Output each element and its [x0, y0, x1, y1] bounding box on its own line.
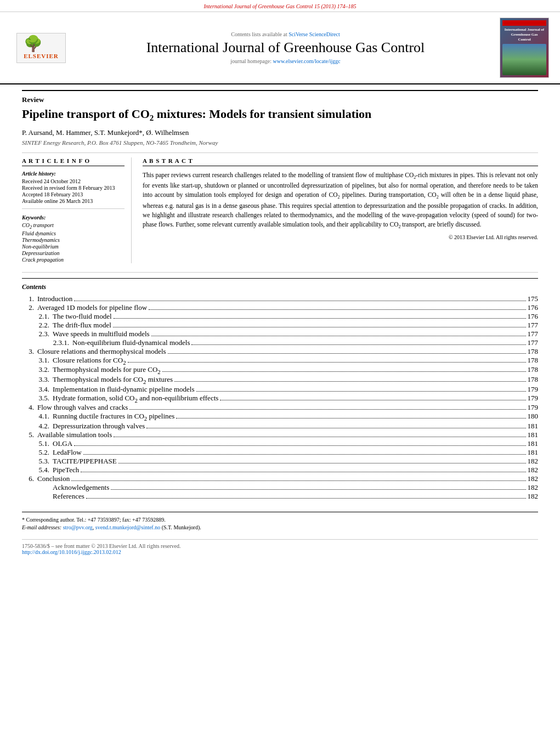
article-title-part1: Pipeline transport of CO	[22, 107, 150, 121]
keyword-4: Non-equilibrium	[22, 244, 125, 250]
corresponding-author: * Corresponding author. Tel.: +47 735938…	[22, 517, 538, 523]
info-divider	[22, 208, 125, 209]
article-info-column: A R T I C L E I N F O Article history: R…	[22, 157, 132, 263]
journal-header: 🌳 ELSEVIER Contents lists available at S…	[0, 12, 560, 84]
email-name: (S.T. Munkejord).	[160, 524, 201, 530]
keywords-section: Keywords: CO2 transport Fluid dynamics T…	[22, 214, 125, 263]
journal-cover-image: International Journal ofGreenhouse GasCo…	[500, 18, 549, 78]
toc-item-2-1: 2.1. The two-fluid model 176	[22, 312, 538, 321]
divider	[22, 152, 538, 153]
homepage-url[interactable]: www.elsevier.com/locate/ijggc	[273, 58, 341, 64]
toc-item-2-3: 2.3. Wave speeds in multifluid models 17…	[22, 330, 538, 338]
toc-item-3-3: 3.3. Thermophysical models for CO2 mixtu…	[22, 375, 538, 385]
toc-item-3-4: 3.4. Implementation in fluid-dynamic pip…	[22, 385, 538, 394]
revised-date: Received in revised form 8 February 2013	[22, 185, 125, 191]
elsevier-logo: 🌳 ELSEVIER	[11, 33, 71, 63]
journal-title-area: Contents lists available at SciVerse Sci…	[77, 31, 494, 64]
article-title-part2: mixtures: Models for transient simulatio…	[154, 107, 371, 121]
corresponding-label: * Corresponding author. Tel.: +47 735938…	[22, 517, 166, 523]
two-column-section: A R T I C L E I N F O Article history: R…	[22, 157, 538, 263]
abstract-text: This paper reviews current research chal…	[143, 171, 538, 231]
toc-item-acknowledgements: Acknowledgements 182	[22, 483, 538, 492]
toc-item-4-2: 4.2. Depressurization through valves 181	[22, 422, 538, 431]
history-label: Article history:	[22, 171, 125, 177]
keyword-6: Crack propagation	[22, 257, 125, 263]
email-label: E-mail addresses:	[22, 524, 61, 530]
affiliation: SINTEF Energy Research, P.O. Box 4761 Sl…	[22, 139, 538, 146]
cover-top-bar	[502, 20, 546, 26]
homepage-line: journal homepage: www.elsevier.com/locat…	[77, 58, 494, 64]
article-title: Pipeline transport of CO2 mixtures: Mode…	[22, 106, 538, 124]
toc-item-2-2: 2.2. The drift-flux model 177	[22, 321, 538, 330]
keyword-3: Thermodynamics	[22, 237, 125, 243]
abstract-column: A B S T R A C T This paper reviews curre…	[143, 157, 538, 263]
toc-item-5: 5. Available simulation tools 181	[22, 431, 538, 439]
cover-image-area	[502, 44, 546, 75]
article-type: Review	[22, 90, 538, 104]
toc-item-5-1: 5.1. OLGA 181	[22, 439, 538, 448]
elsevier-brand-text: ELSEVIER	[24, 53, 59, 59]
article-info-heading: A R T I C L E I N F O	[22, 157, 125, 166]
keywords-label: Keywords:	[22, 214, 125, 220]
toc-item-5-3: 5.3. TACITE/PIPEPHASE 182	[22, 457, 538, 466]
keyword-1: CO2 transport	[22, 222, 125, 230]
toc-item-references: References 182	[22, 492, 538, 501]
copyright-line: © 2013 Elsevier Ltd. All rights reserved…	[143, 234, 538, 240]
received-date: Received 24 October 2012	[22, 178, 125, 184]
doi-line: http://dx.doi.org/10.1016/j.ijggc.2013.0…	[22, 549, 538, 555]
toc-item-6: 6. Conclusion 182	[22, 474, 538, 483]
contents-section: Contents 1. Introduction 175 2. Averaged…	[22, 278, 538, 501]
journal-ref-text: International Journal of Greenhouse Gas …	[203, 3, 356, 9]
footnote-section: * Corresponding author. Tel.: +47 735938…	[22, 512, 538, 530]
toc-item-3-2: 3.2. Thermophysical models for pure CO2 …	[22, 365, 538, 375]
toc-item-3: 3. Closure relations and thermophysical …	[22, 347, 538, 356]
accepted-date: Accepted 18 February 2013	[22, 191, 125, 197]
available-date: Available online 26 March 2013	[22, 198, 125, 204]
bottom-strip: 1750-5836/$ – see front matter © 2013 El…	[22, 539, 538, 555]
toc-item-2-3-1: 2.3.1. Non-equilibrium fluid-dynamical m…	[22, 338, 538, 347]
sciverse-line: Contents lists available at SciVerse Sci…	[77, 31, 494, 37]
email1-link[interactable]: stro@pvv.org	[63, 524, 93, 530]
cover-title-text: International Journal ofGreenhouse GasCo…	[505, 27, 544, 42]
contents-heading: Contents	[22, 283, 538, 291]
doi-link[interactable]: http://dx.doi.org/10.1016/j.ijggc.2013.0…	[22, 549, 121, 555]
contents-divider	[22, 272, 538, 273]
journal-name: International Journal of Greenhouse Gas …	[77, 39, 494, 56]
toc-item-2: 2. Averaged 1D models for pipeline flow …	[22, 303, 538, 312]
toc-item-5-2: 5.2. LedaFlow 181	[22, 448, 538, 457]
toc-item-4: 4. Flow through valves and cracks 179	[22, 403, 538, 412]
journal-reference-bar: International Journal of Greenhouse Gas …	[0, 0, 560, 12]
email-footnote: E-mail addresses: stro@pvv.org, svend.t.…	[22, 524, 538, 530]
issn-line: 1750-5836/$ – see front matter © 2013 El…	[22, 543, 538, 549]
sciverse-link[interactable]: SciVerse ScienceDirect	[289, 31, 340, 37]
keyword-2: Fluid dynamics	[22, 230, 125, 236]
toc-item-4-1: 4.1. Running ductile fractures in CO2 pi…	[22, 412, 538, 422]
keyword-5: Depressurization	[22, 250, 125, 256]
toc-item-3-1: 3.1. Closure relations for CO2 178	[22, 356, 538, 366]
toc-item-1: 1. Introduction 175	[22, 295, 538, 303]
abstract-heading: A B S T R A C T	[143, 157, 538, 166]
elsevier-tree-icon: 🌳	[24, 36, 59, 52]
main-content: Review Pipeline transport of CO2 mixture…	[0, 84, 560, 566]
toc-list: 1. Introduction 175 2. Averaged 1D model…	[22, 295, 538, 501]
email2-link[interactable]: svend.t.munkejord@sintef.no	[95, 524, 160, 530]
authors: P. Aursand, M. Hammer, S.T. Munkejord*, …	[22, 128, 538, 137]
toc-item-5-4: 5.4. PipeTech 182	[22, 466, 538, 474]
page-wrapper: International Journal of Greenhouse Gas …	[0, 0, 560, 741]
elsevier-logo-image: 🌳 ELSEVIER	[16, 33, 66, 63]
toc-item-3-5: 3.5. Hydrate formation, solid CO2 and no…	[22, 394, 538, 404]
